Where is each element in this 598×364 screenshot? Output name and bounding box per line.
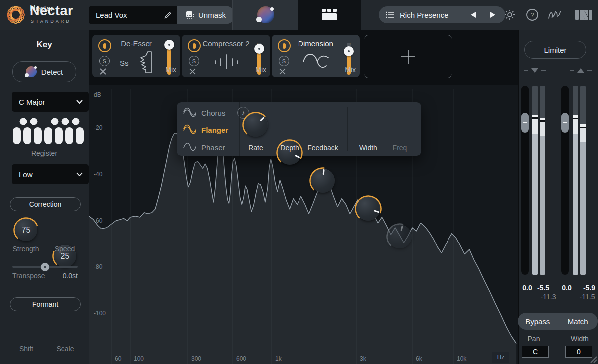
output-panel: Limiter 0.0 — [518, 30, 598, 364]
track-field: Lead Vox Unmask — [89, 6, 235, 24]
transpose-slider-handle[interactable] — [41, 263, 49, 271]
unmask-label: Unmask — [198, 11, 226, 19]
depth-knob[interactable] — [276, 139, 303, 167]
solo-icon[interactable]: S — [189, 56, 199, 66]
limiter-label: Limiter — [544, 46, 566, 54]
pencil-icon[interactable] — [164, 11, 172, 19]
speed-label: Speed — [45, 245, 85, 253]
piano-keys[interactable] — [0, 118, 89, 147]
chevron-down-icon — [76, 100, 83, 104]
tab-modules[interactable] — [298, 0, 361, 30]
shift-label: Shift — [6, 345, 46, 353]
register-select[interactable]: Low — [12, 164, 89, 184]
mix-slider-handle[interactable] — [344, 46, 354, 56]
solo-icon[interactable]: S — [99, 56, 110, 66]
svg-text:?: ? — [530, 11, 534, 19]
pan-value-box[interactable]: C — [522, 346, 549, 358]
preset-next-button[interactable] — [485, 7, 500, 22]
width-knob[interactable] — [354, 195, 382, 223]
formant-label: Formant — [32, 300, 58, 308]
top-bar: Nectar Nectar STANDARD Lead Vox Unmask — [0, 0, 598, 30]
x-tick-label: 1k — [275, 355, 282, 362]
y-tick-label: -100 — [94, 310, 106, 317]
freq-knob-label: Freq — [380, 144, 420, 152]
threshold-marker-up[interactable] — [570, 68, 592, 73]
gain-fader-right[interactable] — [561, 86, 569, 275]
x-tick-label: 6k — [416, 355, 423, 362]
peak-readout-right: -5.9 — [579, 284, 598, 292]
correction-label: Correction — [29, 200, 62, 208]
chorus-wave-icon — [183, 107, 197, 118]
key-select-value: C Major — [19, 98, 45, 106]
module-card-compressor[interactable]: Compressor 2 S Mix — [182, 35, 270, 77]
de-esser-icon: Ss — [120, 51, 159, 74]
correction-section-button[interactable]: Correction — [10, 197, 81, 211]
mode-item-phaser[interactable]: Phaser — [183, 140, 238, 154]
solo-icon[interactable]: S — [279, 56, 289, 66]
add-module-slot[interactable] — [364, 35, 452, 78]
product-name: Nectar — [30, 3, 73, 19]
unmask-button[interactable]: Unmask — [177, 6, 235, 24]
power-icon[interactable] — [278, 39, 291, 52]
gain-readout-right: 0.0 — [560, 284, 574, 292]
rate-knob[interactable] — [242, 111, 270, 139]
threshold-marker-down[interactable] — [524, 68, 546, 73]
formant-section-button[interactable]: Formant — [10, 297, 81, 311]
y-tick-label: -40 — [94, 171, 103, 178]
key-select[interactable]: C Major — [12, 92, 89, 112]
detect-key-button[interactable]: Detect — [12, 61, 76, 82]
peak-readout-left: -5.5 — [533, 284, 554, 292]
mode-label: Phaser — [201, 143, 225, 152]
modules-icon — [320, 8, 338, 22]
ni-logo-icon[interactable] — [573, 7, 594, 22]
signature-scribble-icon[interactable] — [547, 7, 562, 22]
detect-sphere-icon — [26, 66, 37, 77]
close-icon[interactable] — [189, 68, 196, 77]
mode-item-chorus[interactable]: Chorus — [183, 106, 238, 120]
freq-knob[interactable] — [386, 223, 414, 250]
mode-label: Chorus — [201, 109, 225, 117]
transpose-slider[interactable] — [12, 263, 78, 271]
dimension-fx-panel: Chorus Flanger Phaser ♪ Rate Depth Feedb… — [177, 102, 421, 156]
x-axis-unit: Hz — [497, 354, 505, 361]
mode-item-flanger[interactable]: Flanger — [183, 123, 238, 137]
x-tick-label: 3k — [360, 355, 367, 362]
preset-selector[interactable]: Rich Presence — [379, 6, 505, 23]
module-card-dimension[interactable]: Dimension S Mix — [272, 35, 360, 77]
mode-label: Flanger — [201, 126, 228, 134]
close-icon[interactable] — [279, 68, 286, 77]
power-icon[interactable] — [98, 39, 111, 52]
track-name-value: Lead Vox — [96, 11, 127, 19]
bypass-button[interactable]: Bypass — [518, 313, 558, 330]
key-section-title: Key — [0, 40, 89, 50]
flanger-wave-icon — [183, 124, 197, 135]
gain-readout-left: 0.0 — [520, 284, 534, 292]
resize-grip[interactable] — [589, 355, 597, 363]
mix-label: Mix — [165, 66, 176, 74]
gain-fader-left[interactable] — [521, 86, 529, 275]
width-value-box[interactable]: 0 — [565, 346, 592, 358]
spectrum-area — [89, 133, 516, 364]
mix-slider-handle[interactable] — [254, 44, 264, 54]
nectar-logo-icon — [5, 4, 27, 26]
tab-assistant[interactable] — [232, 0, 299, 30]
gain-fader-handle[interactable] — [521, 113, 529, 133]
module-card-de-esser[interactable]: De-Esser S Ss Mix — [92, 35, 180, 77]
rms-readout-right: -11.5 — [577, 293, 598, 301]
y-tick-label: -80 — [94, 263, 103, 270]
y-tick-label: -20 — [94, 124, 103, 131]
help-icon[interactable]: ? — [525, 7, 540, 22]
panel-divider — [347, 107, 348, 151]
close-icon[interactable] — [99, 68, 107, 77]
mix-slider-handle[interactable] — [164, 40, 174, 50]
limiter-button[interactable]: Limiter — [524, 41, 586, 59]
gain-fader-handle[interactable] — [561, 113, 569, 133]
preset-list-icon — [386, 11, 395, 18]
preset-prev-button[interactable] — [465, 7, 480, 22]
feedback-knob[interactable] — [309, 167, 337, 195]
settings-gear-icon[interactable] — [502, 7, 517, 22]
power-icon[interactable] — [188, 39, 201, 52]
track-name-input[interactable]: Lead Vox — [89, 6, 177, 24]
match-button[interactable]: Match — [558, 313, 598, 330]
strength-knob[interactable]: 75 — [13, 217, 39, 243]
